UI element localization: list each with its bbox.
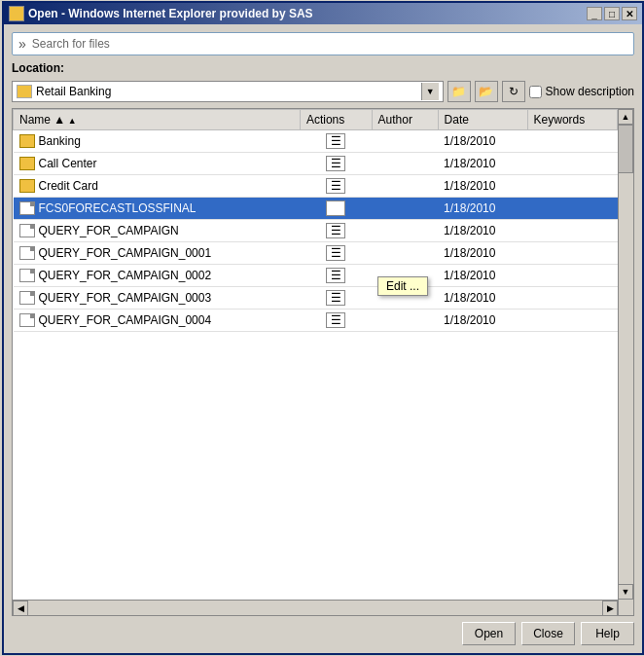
table-scroll[interactable]: Name ▲ Actions Author Date Keywords Bank… [13,109,618,615]
action-button[interactable]: ☰ [326,223,345,238]
col-header-actions[interactable]: Actions [300,110,372,130]
name-cell[interactable]: Credit Card [14,175,301,198]
refresh-button[interactable]: ↻ [502,81,525,102]
action-button[interactable]: ☰ [326,245,345,261]
col-header-keywords[interactable]: Keywords [527,110,617,130]
action-button[interactable]: ☰ [326,178,345,194]
date-cell: 1/18/2010 [438,220,527,242]
action-btn-inner: ☰ [327,269,344,282]
file-table-container: Name ▲ Actions Author Date Keywords Bank… [12,108,634,616]
table-wrapper: Name ▲ Actions Author Date Keywords Bank… [13,109,633,615]
go-up-icon: 📁 [451,85,466,98]
actions-cell[interactable]: ☰ [300,198,372,220]
open-button[interactable]: Open [462,622,516,645]
table-row[interactable]: QUERY_FOR_CAMPAIGN_0002☰1/18/2010 [14,265,618,287]
keywords-cell [527,287,617,310]
name-cell[interactable]: Call Center [14,153,301,175]
new-folder-icon: 📂 [479,85,493,98]
maximize-button[interactable]: □ [604,7,620,20]
table-row[interactable]: Banking☰1/18/2010 [14,130,618,153]
name-cell[interactable]: QUERY_FOR_CAMPAIGN [14,220,301,242]
actions-cell[interactable]: ☰ [300,220,372,242]
author-cell [372,220,438,242]
actions-cell[interactable]: ☰ [300,310,372,332]
name-cell[interactable]: FCS0FORECASTLOSSFINAL [14,198,301,220]
table-row[interactable]: QUERY_FOR_CAMPAIGN☰1/18/2010 [14,220,618,242]
keywords-cell [527,153,617,175]
file-name: QUERY_FOR_CAMPAIGN_0002 [39,269,212,282]
table-row[interactable]: Credit Card☰1/18/2010 [14,175,618,198]
location-dropdown[interactable]: Retail Banking ▼ [12,81,444,102]
name-cell[interactable]: QUERY_FOR_CAMPAIGN_0003 [14,287,301,310]
vertical-scrollbar[interactable]: ▲ ▼ [618,109,633,615]
title-bar: Open - Windows Internet Explorer provide… [4,3,642,24]
scroll-left-arrow[interactable]: ◀ [13,601,28,616]
action-btn-inner: ☰ [327,224,344,237]
action-btn-inner: ☰ [327,179,344,193]
col-header-name[interactable]: Name ▲ [14,110,301,130]
name-cell[interactable]: QUERY_FOR_CAMPAIGN_0004 [14,310,301,332]
context-menu-edit[interactable]: Edit ... [386,279,419,293]
file-icon [19,269,35,282]
minimize-button[interactable]: _ [587,7,602,20]
keywords-cell [527,242,617,265]
action-button[interactable]: ☰ [326,290,345,306]
refresh-icon: ↻ [509,85,519,98]
date-cell: 1/18/2010 [438,310,527,332]
action-button[interactable]: ☰ [326,156,345,171]
actions-cell[interactable]: ☰ [300,130,372,153]
author-cell [372,242,438,265]
table-row[interactable]: QUERY_FOR_CAMPAIGN_0004☰1/18/2010 [14,310,618,332]
name-cell[interactable]: QUERY_FOR_CAMPAIGN_0001 [14,242,301,265]
date-cell: 1/18/2010 [438,287,527,310]
folder-icon [19,157,35,170]
scroll-down-arrow[interactable]: ▼ [618,584,633,600]
window-body: » Search for files Location: Retail Bank… [4,24,642,653]
scroll-thumb[interactable] [618,125,633,173]
show-description-checkbox[interactable] [529,86,542,98]
actions-cell[interactable]: ☰ [300,153,372,175]
file-icon [19,201,35,215]
help-button[interactable]: Help [581,622,634,645]
actions-cell[interactable]: ☰ [300,265,372,287]
table-row[interactable]: QUERY_FOR_CAMPAIGN_0001☰1/18/2010 [14,242,618,265]
action-button[interactable]: ☰ [326,268,345,283]
close-button[interactable]: ✕ [622,7,637,20]
author-cell [372,175,438,198]
col-header-date[interactable]: Date [438,110,527,130]
file-icon [19,313,35,327]
file-name: Banking [39,134,81,148]
keywords-cell [527,310,617,332]
action-btn-inner: ☰ [327,291,344,305]
actions-cell[interactable]: ☰ [300,242,372,265]
new-folder-button[interactable]: 📂 [475,81,498,102]
show-description-label[interactable]: Show description [546,85,634,98]
action-button[interactable]: ☰ [326,133,345,149]
name-cell[interactable]: Banking [14,130,301,153]
title-bar-controls: _ □ ✕ [587,7,637,20]
location-row: Location: [12,61,634,75]
author-cell [372,130,438,153]
action-button[interactable]: ☰ [326,200,345,216]
go-up-button[interactable]: 📁 [447,81,471,102]
horizontal-scrollbar[interactable]: ◀ ▶ [13,600,618,615]
actions-cell[interactable]: ☰ [300,287,372,310]
col-header-author[interactable]: Author [372,110,438,130]
search-bar[interactable]: » Search for files [12,32,634,55]
file-name: QUERY_FOR_CAMPAIGN_0003 [39,291,212,305]
name-cell[interactable]: QUERY_FOR_CAMPAIGN_0002 [14,265,301,287]
action-button[interactable]: ☰ [326,312,345,328]
scroll-right-arrow[interactable]: ▶ [602,601,618,616]
file-name: QUERY_FOR_CAMPAIGN_0004 [39,313,212,327]
table-row[interactable]: FCS0FORECASTLOSSFINAL☰1/18/2010 [14,198,618,220]
close-dialog-button[interactable]: Close [521,622,575,645]
table-row[interactable]: QUERY_FOR_CAMPAIGN_0003☰1/18/2010 [14,287,618,310]
folder-icon [17,85,32,98]
context-menu[interactable]: Edit ... [377,276,428,296]
toolbar-row: Retail Banking ▼ 📁 📂 ↻ Show description [12,81,634,102]
date-cell: 1/18/2010 [438,153,527,175]
dropdown-arrow-icon[interactable]: ▼ [421,83,439,100]
actions-cell[interactable]: ☰ [300,175,372,198]
scroll-up-arrow[interactable]: ▲ [618,109,633,125]
table-row[interactable]: Call Center☰1/18/2010 [14,153,618,175]
